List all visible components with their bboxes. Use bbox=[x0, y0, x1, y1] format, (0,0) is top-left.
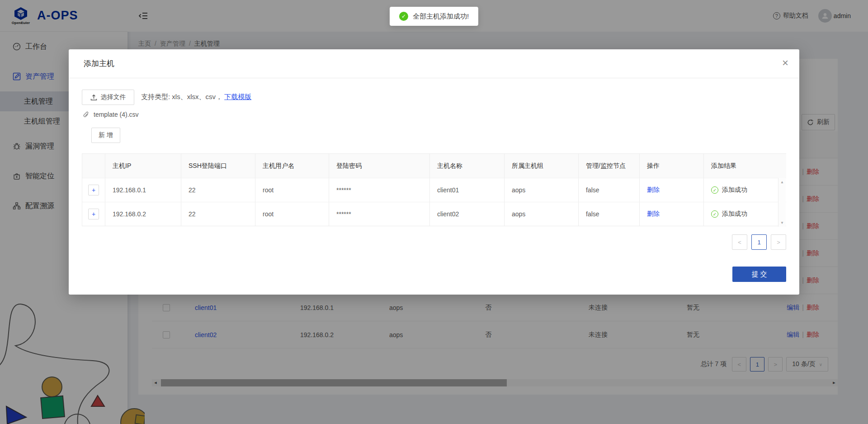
check-circle-outline-icon: ✓ bbox=[711, 210, 718, 218]
cell-group: aops bbox=[505, 202, 579, 226]
check-circle-outline-icon: ✓ bbox=[711, 186, 718, 194]
cell-port: 22 bbox=[181, 178, 255, 202]
cell-user: root bbox=[255, 202, 329, 226]
col-header-port: SSH登陆端口 bbox=[181, 154, 255, 178]
toast-message: 全部主机添加成功! bbox=[413, 12, 469, 21]
col-header-result: 添加结果 bbox=[704, 154, 778, 178]
scrollbar-spacer bbox=[778, 154, 786, 178]
cell-password: ****** bbox=[329, 178, 430, 202]
attached-file[interactable]: template (4).csv bbox=[83, 111, 139, 118]
add-host-modal: 添加主机 × 选择文件 支持类型: xls、xlsx、csv， 下载模版 tem… bbox=[69, 49, 799, 295]
vertical-scrollbar[interactable]: ▲ ▼ bbox=[778, 178, 786, 227]
modal-title: 添加主机 bbox=[84, 58, 114, 69]
cell-node: false bbox=[579, 202, 640, 226]
scroll-down-icon[interactable]: ▼ bbox=[778, 219, 786, 226]
cell-group: aops bbox=[505, 178, 579, 202]
choose-file-button[interactable]: 选择文件 bbox=[82, 90, 134, 105]
cell-name: client02 bbox=[430, 202, 505, 226]
modal-host-table: 主机IP SSH登陆端口 主机用户名 登陆密码 主机名称 所属主机组 管理/监控… bbox=[82, 153, 786, 226]
modal-table-row: + 192.168.0.2 22 root ****** client02 ao… bbox=[82, 202, 786, 226]
delete-row-link[interactable]: 删除 bbox=[647, 210, 660, 218]
scroll-up-icon[interactable]: ▲ bbox=[778, 179, 786, 185]
expand-row-button[interactable]: + bbox=[88, 185, 99, 195]
pagination-next-button[interactable]: > bbox=[771, 234, 786, 250]
cell-password: ****** bbox=[329, 202, 430, 226]
success-toast: ✓ 全部主机添加成功! bbox=[390, 7, 478, 26]
supported-types-text: 支持类型: xls、xlsx、csv， 下载模版 bbox=[141, 93, 251, 101]
modal-header: 添加主机 bbox=[69, 49, 799, 78]
col-header-group: 所属主机组 bbox=[505, 154, 579, 178]
cell-port: 22 bbox=[181, 202, 255, 226]
cell-user: root bbox=[255, 178, 329, 202]
col-header-ip: 主机IP bbox=[105, 154, 181, 178]
col-header-name: 主机名称 bbox=[430, 154, 505, 178]
cell-ip: 192.168.0.1 bbox=[105, 178, 181, 202]
col-header-password: 登陆密码 bbox=[329, 154, 430, 178]
check-circle-filled-icon: ✓ bbox=[399, 12, 408, 21]
modal-pagination: < 1 > bbox=[732, 234, 786, 250]
attached-file-name: template (4).csv bbox=[94, 111, 139, 118]
cell-ip: 192.168.0.2 bbox=[105, 202, 181, 226]
add-result-text: 添加成功 bbox=[722, 186, 747, 194]
expand-row-button[interactable]: + bbox=[88, 209, 99, 219]
close-icon[interactable]: × bbox=[782, 57, 788, 68]
choose-file-label: 选择文件 bbox=[101, 93, 126, 101]
expand-column-header bbox=[82, 154, 105, 178]
delete-row-link[interactable]: 删除 bbox=[647, 186, 660, 194]
col-header-user: 主机用户名 bbox=[255, 154, 329, 178]
cell-node: false bbox=[579, 178, 640, 202]
upload-icon bbox=[90, 94, 97, 101]
col-header-node: 管理/监控节点 bbox=[579, 154, 640, 178]
cell-name: client01 bbox=[430, 178, 505, 202]
col-header-action: 操作 bbox=[640, 154, 704, 178]
modal-table-header-row: 主机IP SSH登陆端口 主机用户名 登陆密码 主机名称 所属主机组 管理/监控… bbox=[82, 154, 786, 178]
supported-types-label: 支持类型: xls、xlsx、csv， bbox=[141, 93, 222, 100]
add-row-button[interactable]: 新 增 bbox=[91, 128, 120, 143]
submit-button[interactable]: 提 交 bbox=[732, 267, 786, 282]
modal-table-body: + 192.168.0.1 22 root ****** client01 ao… bbox=[82, 178, 786, 226]
pagination-prev-button[interactable]: < bbox=[732, 234, 747, 250]
pagination-page-1[interactable]: 1 bbox=[751, 234, 767, 250]
download-template-link[interactable]: 下载模版 bbox=[224, 93, 251, 100]
paperclip-icon bbox=[83, 111, 90, 118]
add-result-text: 添加成功 bbox=[722, 210, 747, 218]
modal-table-row: + 192.168.0.1 22 root ****** client01 ao… bbox=[82, 178, 786, 202]
